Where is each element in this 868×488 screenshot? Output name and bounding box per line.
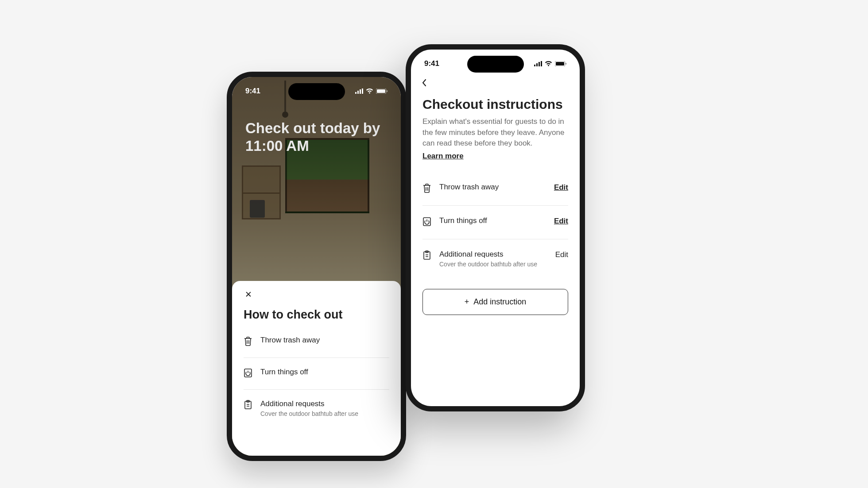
power-icon — [244, 368, 253, 380]
back-icon[interactable] — [420, 77, 429, 91]
svg-rect-10 — [534, 65, 535, 66]
svg-rect-0 — [355, 92, 356, 94]
list-item-sub: Cover the outdoor bathtub after use — [439, 261, 548, 268]
clipboard-icon — [422, 250, 432, 262]
stage: 9:41 Check out today by 11:00 AM ✕ How t… — [0, 0, 868, 488]
clipboard-icon — [244, 400, 253, 411]
page-title: Checkout instructions — [422, 97, 568, 112]
edit-button[interactable]: Edit — [554, 216, 568, 226]
svg-rect-3 — [362, 88, 363, 94]
guest-instruction-list: Throw trash away Turn things off Additio… — [244, 326, 389, 427]
plus-icon: + — [465, 298, 469, 306]
list-item-label: Turn things off — [260, 368, 389, 377]
list-item-label: Throw trash away — [260, 336, 389, 345]
trash-icon — [244, 336, 253, 348]
wifi-icon — [366, 88, 373, 94]
svg-rect-5 — [377, 89, 385, 93]
list-item: Throw trash away — [244, 326, 389, 358]
svg-rect-13 — [541, 61, 542, 66]
edit-button[interactable]: Edit — [555, 250, 568, 259]
status-time: 9:41 — [245, 87, 260, 96]
host-instruction-list: Throw trash away Edit Turn things off Ed… — [422, 172, 568, 278]
list-item-label: Additional requests — [439, 250, 548, 259]
status-time: 9:41 — [424, 59, 439, 68]
svg-rect-2 — [360, 89, 361, 94]
nav-bar — [411, 73, 580, 91]
add-instruction-button[interactable]: + Add instruction — [422, 289, 568, 315]
page-description: Explain what's essential for guests to d… — [422, 116, 568, 149]
battery-icon — [376, 88, 388, 94]
dynamic-island — [288, 83, 345, 100]
list-item: Turn things off — [244, 358, 389, 390]
list-item-label: Turn things off — [439, 216, 547, 225]
status-indicators — [355, 88, 388, 94]
list-item: Additional requests Cover the outdoor ba… — [244, 390, 389, 427]
edit-button[interactable]: Edit — [554, 183, 568, 192]
phone-host: 9:41 Checkout instructions Explain what'… — [406, 44, 585, 411]
cellular-icon — [355, 88, 363, 94]
wifi-icon — [545, 61, 552, 66]
list-item: Turn things off Edit — [422, 206, 568, 239]
checkout-headline: Check out today by 11:00 AM — [245, 119, 388, 154]
svg-rect-6 — [387, 90, 388, 92]
status-indicators — [534, 61, 566, 66]
list-item-label: Additional requests — [260, 400, 389, 408]
cellular-icon — [534, 61, 542, 66]
list-item-label: Throw trash away — [439, 183, 547, 192]
list-item-sub: Cover the outdoor bathtub after use — [260, 410, 389, 417]
battery-icon — [555, 61, 566, 66]
svg-rect-11 — [536, 63, 538, 66]
dynamic-island — [467, 56, 524, 73]
svg-rect-12 — [539, 62, 540, 66]
close-icon[interactable]: ✕ — [244, 289, 389, 300]
svg-rect-1 — [357, 91, 359, 94]
list-item: Throw trash away Edit — [422, 172, 568, 206]
sheet-title: How to check out — [244, 308, 389, 322]
how-to-checkout-sheet: ✕ How to check out Throw trash away Turn… — [232, 281, 401, 456]
svg-rect-16 — [566, 63, 566, 65]
add-instruction-label: Add instruction — [473, 297, 526, 307]
list-item: Additional requests Cover the outdoor ba… — [422, 239, 568, 278]
phone-guest: 9:41 Check out today by 11:00 AM ✕ How t… — [227, 72, 406, 461]
power-icon — [422, 216, 432, 228]
learn-more-link[interactable]: Learn more — [422, 152, 464, 161]
svg-rect-15 — [556, 62, 564, 65]
trash-icon — [422, 183, 432, 195]
